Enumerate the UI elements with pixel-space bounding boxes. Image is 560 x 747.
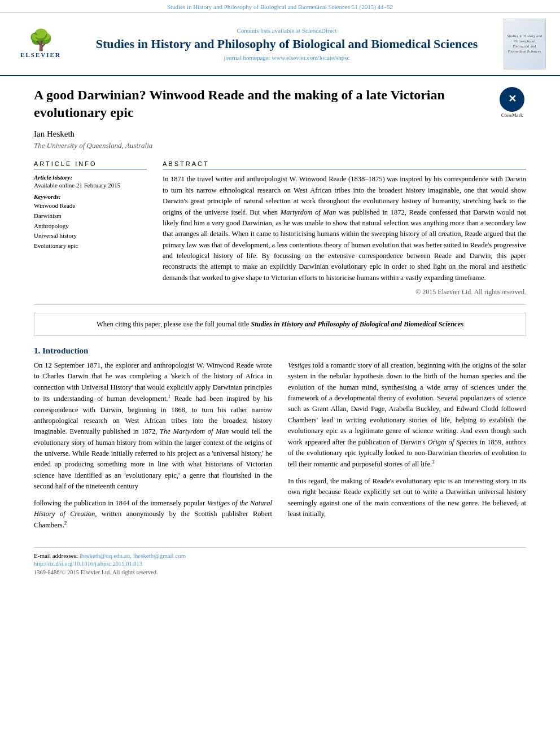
elsevier-tree-icon: 🌳 bbox=[28, 30, 54, 50]
keyword-3: Anthropology bbox=[34, 221, 147, 231]
abstract-copyright: © 2015 Elsevier Ltd. All rights reserved… bbox=[163, 288, 526, 296]
journal-title-area: Contents lists available at ScienceDirec… bbox=[81, 19, 492, 69]
footnote-ref-2: 2 bbox=[64, 520, 67, 526]
article-title-text: A good Darwinian? Winwood Reade and the … bbox=[34, 86, 490, 121]
abstract-column: Abstract In 1871 the travel writer and a… bbox=[163, 160, 526, 296]
article-footer: E-mail addresses: lhesketh@uq.edu.au, ih… bbox=[34, 547, 526, 575]
article-info-column: Article Info Article history: Available … bbox=[34, 160, 147, 296]
section-title: Introduction bbox=[42, 346, 88, 355]
journal-thumbnail-area: Studies in History and Philosophy of Bio… bbox=[499, 19, 550, 69]
citation-box: When citing this paper, please use the f… bbox=[34, 313, 526, 336]
crossmark-circle-icon bbox=[500, 87, 524, 112]
section-divider-1 bbox=[34, 304, 526, 305]
intro-right-column: Vestiges told a romantic story of all cr… bbox=[288, 360, 526, 537]
science-direct-link-text[interactable]: ScienceDirect bbox=[302, 27, 337, 34]
vestiges-title-right: Vestiges bbox=[288, 361, 310, 369]
article-title-area: A good Darwinian? Winwood Reade and the … bbox=[34, 86, 526, 121]
vestiges-title: Vestiges of the Natural History of Creat… bbox=[34, 499, 272, 518]
keyword-1: Winwood Reade bbox=[34, 201, 147, 211]
intro-paragraph-1: On 12 September 1871, the explorer and a… bbox=[34, 360, 272, 492]
footnote-ref-3: 3 bbox=[432, 459, 435, 465]
intro-right-paragraph-2: In this regard, the making of Reade's ev… bbox=[288, 476, 526, 520]
article-info-header: Article Info bbox=[34, 160, 147, 169]
journal-title: Studies in History and Philosophy of Bio… bbox=[96, 36, 478, 53]
crossmark-badge[interactable]: CrossMark bbox=[498, 89, 526, 117]
abstract-text: In 1871 the travel writer and anthropolo… bbox=[163, 174, 526, 283]
email-label: E-mail addresses: bbox=[34, 552, 78, 559]
keywords-label: Keywords: bbox=[34, 193, 147, 200]
journal-reference-text: Studies in History and Philosophy of Bio… bbox=[167, 3, 393, 10]
keyword-5: Evolutionary epic bbox=[34, 241, 147, 251]
doi-text[interactable]: http://dx.doi.org/10.1016/j.shpsc.2015.0… bbox=[34, 561, 526, 567]
keyword-4: Universal history bbox=[34, 231, 147, 241]
doi-link[interactable]: http://dx.doi.org/10.1016/j.shpsc.2015.0… bbox=[34, 561, 142, 567]
intro-right-paragraph-1: Vestiges told a romantic story of all cr… bbox=[288, 360, 526, 470]
intro-left-column: On 12 September 1871, the explorer and a… bbox=[34, 360, 272, 537]
section-heading: 1. Introduction bbox=[34, 346, 526, 356]
keyword-2: Darwinism bbox=[34, 211, 147, 221]
article-container: A good Darwinian? Winwood Reade and the … bbox=[0, 76, 560, 587]
citation-journal-title: Studies in History and Philosophy of Bio… bbox=[251, 320, 463, 328]
elsevier-label: ELSEVIER bbox=[20, 51, 61, 58]
journal-header: 🌳 ELSEVIER Contents lists available at S… bbox=[0, 13, 560, 76]
keywords-list: Winwood Reade Darwinism Anthropology Uni… bbox=[34, 201, 147, 251]
journal-thumbnail: Studies in History and Philosophy of Bio… bbox=[504, 19, 546, 69]
author-name: Ian Hesketh bbox=[34, 129, 526, 139]
journal-reference-bar: Studies in History and Philosophy of Bio… bbox=[0, 0, 560, 13]
section-number: 1. bbox=[34, 346, 40, 355]
introduction-body: On 12 September 1871, the explorer and a… bbox=[34, 360, 526, 537]
origin-title: Origin of Species bbox=[427, 438, 477, 446]
intro-paragraph-2: following the publication in 1844 of the… bbox=[34, 498, 272, 531]
email-links[interactable]: lhesketh@uq.edu.au, ihesketh@gmail.com bbox=[80, 552, 186, 559]
author-affiliation: The University of Queensland, Australia bbox=[34, 141, 526, 150]
science-direct-note: Contents lists available at ScienceDirec… bbox=[237, 27, 336, 34]
thumbnail-text: Studies in History and Philosophy of Bio… bbox=[506, 34, 543, 54]
issn-bar: 1369-8486/© 2015 Elsevier Ltd. All right… bbox=[34, 569, 526, 575]
footnote-ref-1: 1 bbox=[168, 394, 171, 399]
abstract-header: Abstract bbox=[163, 160, 526, 169]
martyrdom-title: The Martyrdom of Man bbox=[160, 427, 229, 435]
contents-note: Contents lists available at bbox=[237, 27, 300, 34]
article-history-value: Available online 21 February 2015 bbox=[34, 182, 147, 189]
email-footnote: E-mail addresses: lhesketh@uq.edu.au, ih… bbox=[34, 552, 526, 559]
crossmark-label: CrossMark bbox=[500, 113, 524, 119]
elsevier-logo: 🌳 ELSEVIER bbox=[15, 24, 66, 64]
publisher-logo-area: 🌳 ELSEVIER bbox=[7, 19, 75, 69]
article-info-abstract-section: Article Info Article history: Available … bbox=[34, 160, 526, 296]
article-history-label: Article history: bbox=[34, 174, 147, 181]
citation-text: When citing this paper, please use the f… bbox=[97, 320, 249, 328]
homepage-prefix: journal homepage: bbox=[224, 54, 272, 61]
journal-homepage: journal homepage: www.elsevier.com/locat… bbox=[224, 54, 350, 61]
homepage-url[interactable]: www.elsevier.com/locate/shpsc bbox=[272, 54, 349, 61]
